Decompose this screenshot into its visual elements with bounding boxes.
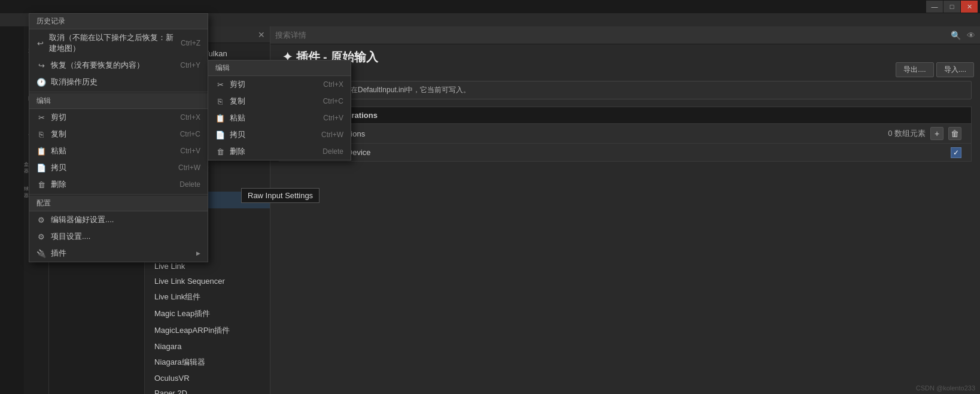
sub-paste-icon: 📋 xyxy=(215,114,225,123)
copy-icon: ⎘ xyxy=(36,130,46,139)
history-icon: 🕐 xyxy=(36,78,46,87)
table-row: Device Configurations 0 数组元素 + 🗑 xyxy=(279,123,971,143)
cm-project-settings[interactable]: ⚙ 项目设置.... xyxy=(29,228,208,245)
window-controls: — □ ✕ xyxy=(926,1,978,13)
register-checkbox[interactable]: ✓ xyxy=(951,147,961,158)
array-count: 0 数组元素 xyxy=(888,128,926,139)
plugin-arpin[interactable]: MagicLeapARPin插件 xyxy=(145,322,270,339)
sub-paste[interactable]: 📋 粘贴 Ctrl+V xyxy=(208,110,351,126)
search-icon: 🔍 xyxy=(951,31,961,40)
section-header: ▼ Device Configurations xyxy=(279,107,971,123)
delete-element-button[interactable]: 🗑 xyxy=(948,127,961,140)
table-row: Register Default Device ✓ xyxy=(279,143,971,161)
sub-copy[interactable]: ⎘ 复制 Ctrl+C xyxy=(208,93,351,110)
submenu-header: 编辑 xyxy=(208,60,351,76)
minimize-button[interactable]: — xyxy=(926,1,943,13)
plugin-niagara-editor[interactable]: Niagara编辑器 xyxy=(145,354,270,371)
export-button[interactable]: 导出.... xyxy=(896,62,933,77)
paste-icon: 📋 xyxy=(36,147,46,156)
sub-del-icon: 🗑 xyxy=(215,147,225,156)
plugin-paper2d[interactable]: Paper 2D xyxy=(145,386,270,394)
sub-dup-icon: 📄 xyxy=(215,131,225,140)
settings-info-bar: 🔒 这些设置被保存在DefaultInput.ini中，它当前可写入。 xyxy=(279,81,972,99)
edit-context-menu: 历史记录 ↩ 取消（不能在以下操作之后恢复：新建地图） Ctrl+Z ↪ 恢复（… xyxy=(29,13,208,262)
duplicate-icon: 📄 xyxy=(36,163,46,172)
delete-icon: 🗑 xyxy=(36,180,46,189)
cm-delete[interactable]: 🗑 删除 Delete xyxy=(29,176,208,193)
undo-icon: ↩ xyxy=(36,39,44,48)
cm-undo[interactable]: ↩ 取消（不能在以下操作之后恢复：新建地图） Ctrl+Z xyxy=(29,29,208,57)
edit-submenu: 编辑 ✂ 剪切 Ctrl+X ⎘ 复制 Ctrl+C 📋 粘贴 Ctrl+V 📄… xyxy=(208,60,351,160)
cm-paste[interactable]: 📋 粘贴 Ctrl+V xyxy=(29,143,208,159)
plugin-livelink-seq[interactable]: Live Link Sequencer xyxy=(145,274,270,289)
prefs-icon: ⚙ xyxy=(36,216,46,225)
cm-redo[interactable]: ↪ 恢复（没有要恢复的内容） Ctrl+Y xyxy=(29,57,208,74)
plugin-niagara[interactable]: Niagara xyxy=(145,339,270,354)
settings-subtitle: Raw Input Settings xyxy=(282,66,972,75)
sub-delete[interactable]: 🗑 删除 Delete xyxy=(208,143,351,160)
device-configs-section: ▼ Device Configurations Device Configura… xyxy=(279,107,972,162)
maximize-button[interactable]: □ xyxy=(944,1,960,13)
watermark: CSDN @kolento233 xyxy=(916,384,975,392)
row-register-label: Register Default Device xyxy=(289,148,951,157)
sub-duplicate[interactable]: 📄 拷贝 Ctrl+W xyxy=(208,126,351,143)
sub-copy-icon: ⎘ xyxy=(215,97,225,106)
cm-copy[interactable]: ⎘ 复制 Ctrl+C xyxy=(29,126,208,143)
settings-header: ✦ 插件 - 原始输入 Raw Input Settings xyxy=(270,44,980,77)
row-register-value: ✓ xyxy=(951,147,961,158)
tab-close-btn[interactable]: ✕ xyxy=(258,30,265,40)
cm-plugins[interactable]: 🔌 插件 xyxy=(29,245,208,262)
settings-actions: 导出.... 导入.... xyxy=(896,62,974,77)
plugin-oculus[interactable]: OculusVR xyxy=(145,371,270,386)
cm-config-header: 配置 xyxy=(29,196,208,211)
plugins-icon: 🔌 xyxy=(36,249,46,258)
row-device-configs-label: Device Configurations xyxy=(289,129,888,138)
cm-history-header: 历史记录 xyxy=(29,14,208,29)
settings-search-bar: 🔍 👁 xyxy=(270,26,980,44)
settings-search-input[interactable] xyxy=(275,31,947,40)
cm-editor-prefs[interactable]: ⚙ 编辑器偏好设置.... xyxy=(29,211,208,228)
settings-panel: 🔍 👁 ✦ 插件 - 原始输入 Raw Input Settings 导出...… xyxy=(270,26,980,394)
sub-cut-icon: ✂ xyxy=(215,80,225,89)
import-button[interactable]: 导入.... xyxy=(936,62,974,77)
visibility-icon: 👁 xyxy=(967,31,975,40)
title-bar: — □ ✕ xyxy=(0,0,980,13)
cm-duplicate[interactable]: 📄 拷贝 Ctrl+W xyxy=(29,159,208,176)
cm-cut[interactable]: ✂ 剪切 Ctrl+X xyxy=(29,109,208,126)
cut-icon: ✂ xyxy=(36,113,46,122)
cm-history[interactable]: 🕐 取消操作历史 xyxy=(29,74,208,90)
redo-icon: ↪ xyxy=(36,61,46,70)
sub-cut[interactable]: ✂ 剪切 Ctrl+X xyxy=(208,76,351,93)
close-button[interactable]: ✕ xyxy=(961,1,978,13)
settings-title: ✦ 插件 - 原始输入 xyxy=(282,49,972,65)
project-icon: ⚙ xyxy=(36,232,46,241)
plugin-livelink-comp[interactable]: Live Link组件 xyxy=(145,289,270,305)
add-element-button[interactable]: + xyxy=(930,127,944,140)
plugin-magicleap-plugin[interactable]: Magic Leap插件 xyxy=(145,305,270,322)
cm-edit-header: 编辑 xyxy=(29,93,208,109)
row-device-configs-value: 0 数组元素 + 🗑 xyxy=(888,127,961,140)
